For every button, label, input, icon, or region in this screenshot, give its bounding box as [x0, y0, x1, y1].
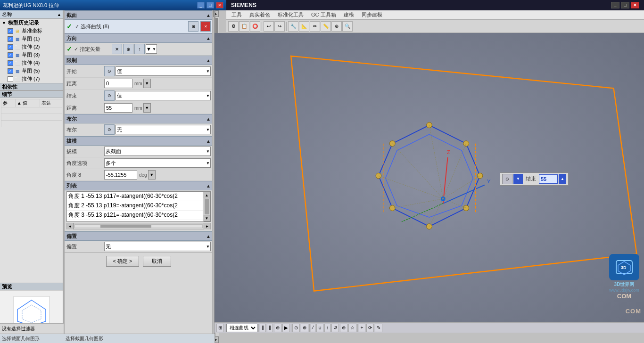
tb-btn-4[interactable]: ↩	[264, 21, 274, 32]
inline-dropdown[interactable]: ▼	[513, 174, 523, 184]
vp-btn-7[interactable]: ∕	[311, 324, 315, 332]
vp-btn-8[interactable]: ∪	[316, 324, 323, 332]
start-dist-spin[interactable]: ▼	[143, 79, 151, 88]
tree-item-extrude7[interactable]: ⬜ 拉伸 (7)	[0, 75, 63, 83]
vp-btn-3[interactable]: ⊕	[274, 324, 281, 332]
vp-btn-13[interactable]: +	[359, 324, 365, 332]
vp-btn-5[interactable]: ⊙	[292, 324, 300, 332]
curve-icon-btn-1[interactable]: ⊞	[188, 21, 198, 32]
tree-checkbox-sketch5[interactable]: ✓	[8, 68, 13, 74]
vp-btn-2[interactable]: ‖	[267, 324, 273, 332]
win-minimize[interactable]: _	[611, 2, 619, 8]
section-direction-arrow[interactable]: ▲	[206, 36, 211, 41]
vp-btn-11[interactable]: ⊕	[340, 324, 347, 332]
tree-item-sketch1[interactable]: ✓ ▦ 草图 (1)	[0, 35, 63, 43]
list-item-2[interactable]: 角度 2 -55.13 p119=-atangent((60-30*cos(2	[67, 201, 203, 211]
section-list-arrow[interactable]: ▲	[206, 183, 211, 188]
section-draft-arrow[interactable]: ▲	[206, 139, 211, 144]
section-offset-arrow[interactable]: ▲	[206, 234, 211, 239]
end-dist-spin[interactable]: ▼	[143, 103, 151, 113]
draft-select[interactable]: 从截面	[104, 147, 211, 156]
tb-btn-11[interactable]: 🔍	[342, 21, 353, 32]
vp-btn-15[interactable]: ✎	[375, 324, 382, 332]
menu-modeling[interactable]: 建模	[340, 11, 357, 19]
vp-btn-4[interactable]: ▶	[282, 324, 290, 332]
menu-gc-tools[interactable]: GC 工具箱	[308, 11, 339, 19]
menu-tools[interactable]: 工具	[228, 11, 245, 19]
list-hscroll-left[interactable]: ◄	[67, 223, 74, 229]
inline-spin[interactable]: ▲	[559, 174, 566, 184]
tb-btn-6[interactable]: 🔧	[288, 21, 298, 32]
vp-btn-10[interactable]: ↺	[331, 324, 339, 332]
tb-btn-2[interactable]: 📋	[239, 21, 249, 32]
section-limit-arrow[interactable]: ▲	[206, 58, 211, 63]
vp-btn-12[interactable]: ☆	[348, 324, 356, 332]
section-surface-arrow[interactable]: ▲	[206, 13, 211, 18]
angle8-input[interactable]	[104, 170, 137, 180]
tree-item-datum[interactable]: ✓ ⊞ 基准坐标	[0, 27, 63, 35]
viewport-3d[interactable]: Y Z	[215, 33, 644, 323]
end-select[interactable]: 值	[116, 91, 211, 100]
section-boolean-arrow[interactable]: ▲	[206, 116, 211, 122]
boolean-select[interactable]: 无	[116, 125, 211, 134]
inline-value-input[interactable]	[539, 174, 558, 184]
tb-btn-1[interactable]: ⚙	[228, 21, 239, 32]
sort-icon[interactable]: ▲	[57, 12, 61, 17]
confirm-button[interactable]: < 确定 >	[106, 256, 140, 267]
tb-btn-8[interactable]: ✏	[310, 21, 320, 32]
list-hscroll-thumb[interactable]	[100, 225, 151, 228]
win-maximize[interactable]: □	[621, 2, 629, 8]
tree-checkbox-sketch3[interactable]: ✓	[8, 52, 13, 58]
vp-btn-14[interactable]: ⟳	[366, 324, 374, 332]
tree-checkbox-extrude2[interactable]: ✓	[8, 44, 13, 50]
tree-checkbox-sketch1[interactable]: ✓	[8, 36, 13, 42]
direction-select[interactable]: ▼	[146, 44, 157, 54]
cancel-button[interactable]: 取消	[143, 256, 171, 267]
list-scroll-up[interactable]: ▲	[204, 192, 210, 198]
direction-btn-1[interactable]: ✕	[112, 44, 122, 54]
start-dist-input[interactable]	[104, 79, 132, 88]
tb-btn-9[interactable]: 📏	[321, 21, 331, 32]
angle-option-select[interactable]: 多个	[104, 158, 211, 168]
curve-icon-btn-2[interactable]: ✕	[200, 21, 211, 32]
menu-standard-tools[interactable]: 标准化工具	[274, 11, 307, 19]
start-select[interactable]: 值	[116, 66, 211, 76]
list-scroll-thumb[interactable]	[205, 199, 209, 214]
tree-checkbox-datum[interactable]: ✓	[8, 28, 13, 34]
direction-btn-3[interactable]: ↑	[134, 44, 145, 54]
menu-render[interactable]: 真实着色	[246, 11, 273, 19]
list-scroll-down[interactable]: ▼	[204, 215, 210, 221]
start-icon[interactable]: ⊙	[104, 66, 115, 76]
tree-item-sketch5[interactable]: ✓ ▦ 草图 (5)	[0, 67, 63, 75]
maximize-button[interactable]: □	[206, 2, 214, 8]
tree-checkbox-extrude4[interactable]: ✓	[8, 60, 13, 66]
list-item-3[interactable]: 角度 3 -55.13 p121=-atangent((60-30*cos(2	[67, 211, 203, 220]
tb-btn-7[interactable]: 📐	[299, 21, 309, 32]
end-dist-input[interactable]	[104, 103, 132, 113]
vp-btn-6[interactable]: ⊕	[301, 324, 308, 332]
direction-btn-2[interactable]: ⊕	[123, 44, 133, 54]
tree-model-history[interactable]: ▼ 模型历史记录	[0, 19, 63, 27]
end-icon[interactable]: ⊙	[104, 90, 115, 101]
offset-select[interactable]: 无	[104, 242, 211, 251]
vp-btn-1[interactable]: ‖	[260, 324, 266, 332]
win-close[interactable]: ✕	[631, 2, 639, 8]
tree-item-extrude2[interactable]: ✓ ⬜ 拉伸 (2)	[0, 43, 63, 51]
vp-btn-9[interactable]: ↑	[324, 324, 330, 332]
close-button[interactable]: ✕	[216, 2, 223, 8]
minimize-button[interactable]: _	[197, 2, 205, 8]
tb-btn-5[interactable]: ↪	[274, 21, 285, 32]
menu-sync-modeling[interactable]: 同步建模	[358, 11, 386, 19]
tb-btn-3[interactable]: ⭕	[250, 21, 260, 32]
tb-btn-10[interactable]: ⊕	[331, 21, 342, 32]
curve-type-select[interactable]: 相连曲线	[226, 324, 257, 332]
boolean-icon[interactable]: ⊙	[104, 124, 115, 135]
angle8-spin[interactable]: ▼	[148, 170, 156, 180]
tree-checkbox-extrude7[interactable]	[8, 76, 13, 82]
list-item-1[interactable]: 角度 1 -55.13 p117=-atangent((60-30*cos(2	[67, 192, 203, 201]
tree-item-extrude4[interactable]: ✓ ⬜ 拉伸 (4)	[0, 59, 63, 67]
left-resize-handle[interactable]	[63, 10, 65, 343]
tree-item-sketch3[interactable]: ✓ ▦ 草图 (3)	[0, 51, 63, 59]
vp-expand-btn[interactable]: ⊞	[216, 324, 224, 332]
list-hscroll-right[interactable]: ►	[204, 223, 210, 229]
